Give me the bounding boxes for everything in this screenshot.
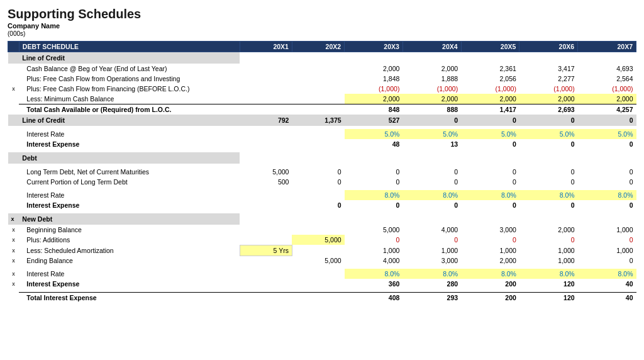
- row-label: Interest Rate: [19, 269, 240, 279]
- total-label: Total Cash Available or (Required) from …: [19, 104, 240, 115]
- table-row: xInterest Expense36028020012040: [8, 279, 636, 289]
- row-val: 8.0%: [519, 269, 578, 279]
- table-row: xEnding Balance5,0004,0003,0002,0001,000…: [8, 256, 636, 266]
- header-col5: 20X5: [461, 42, 519, 52]
- table-row: xNew Debt: [8, 213, 636, 225]
- row-val: 5.0%: [519, 129, 578, 139]
- table-row: xInterest Rate8.0%8.0%8.0%8.0%8.0%: [8, 269, 636, 279]
- row-val: 2,056: [461, 74, 519, 84]
- row-val: 0: [345, 200, 403, 210]
- section-label: Line of Credit: [19, 52, 240, 64]
- row-val: 0: [578, 139, 636, 149]
- header-x: [8, 42, 19, 52]
- row-val: 2,000: [402, 94, 461, 104]
- total-val: 408: [345, 292, 403, 303]
- row-label: Interest Expense: [19, 200, 240, 210]
- row-val: 48: [345, 139, 403, 149]
- row-val: (1,000): [578, 84, 636, 94]
- row-val: 40: [578, 279, 636, 289]
- row-val: 0: [578, 177, 636, 187]
- table-row: xBeginning Balance5,0004,0003,0002,0001,…: [8, 225, 636, 235]
- row-val: [240, 235, 292, 245]
- row-val: 2,000: [461, 256, 519, 266]
- row-val: 8.0%: [578, 269, 636, 279]
- total-val: 120: [519, 292, 578, 303]
- row-val: [240, 94, 292, 104]
- row-val: 0: [461, 167, 519, 177]
- table-row: Long Term Debt, Net of Current Maturitie…: [8, 167, 636, 177]
- company-name: Company Name: [8, 22, 636, 30]
- row-val: 0: [402, 235, 461, 245]
- table-row: Cash Balance @ Beg of Year (End of Last …: [8, 64, 636, 74]
- row-x: x: [8, 84, 19, 94]
- row-val: 200: [461, 279, 519, 289]
- row-val: [240, 84, 292, 94]
- row-label: Interest Rate: [19, 129, 240, 139]
- total-label: Total Interest Expense: [19, 292, 240, 303]
- row-val: [240, 269, 292, 279]
- row-label: Long Term Debt, Net of Current Maturitie…: [19, 167, 240, 177]
- total-val: [240, 292, 292, 303]
- row-val: 1,848: [345, 74, 403, 84]
- row-val: [240, 279, 292, 289]
- total-val: 293: [402, 292, 461, 303]
- row-x: x: [8, 279, 19, 289]
- row-val: 0: [578, 256, 636, 266]
- table-row: Interest Expense000000: [8, 200, 636, 210]
- section-val: 0: [461, 115, 519, 126]
- row-val: 2,000: [345, 94, 403, 104]
- section-x: [8, 115, 19, 126]
- row-val: [292, 84, 344, 94]
- row-val: [292, 245, 344, 256]
- header-col1: 20X1: [240, 42, 292, 52]
- row-val: 0: [402, 200, 461, 210]
- row-val: 8.0%: [402, 269, 461, 279]
- row-val: 360: [345, 279, 403, 289]
- section-x-marker: x: [8, 213, 19, 225]
- row-x: [8, 139, 19, 149]
- table-header: DEBT SCHEDULE 20X1 20X2 20X3 20X4 20X5 2…: [8, 42, 636, 52]
- row-val: (1,000): [402, 84, 461, 94]
- row-val: (1,000): [519, 84, 578, 94]
- table-row: Interest Rate5.0%5.0%5.0%5.0%5.0%: [8, 129, 636, 139]
- row-val: 0: [578, 167, 636, 177]
- row-x: x: [8, 256, 19, 266]
- row-val: 1,888: [402, 74, 461, 84]
- row-label: Less: Scheduled Amortization: [19, 245, 240, 256]
- table-row: Line of Credit7921,3755270000: [8, 115, 636, 126]
- page-container: Supporting Schedules Company Name (000s)…: [0, 0, 644, 309]
- row-val: 8.0%: [345, 190, 403, 200]
- row-val: [240, 139, 292, 149]
- header-col3: 20X3: [345, 42, 403, 52]
- total-val: 200: [461, 292, 519, 303]
- table-row: xLess: Scheduled Amortization5 Yrs1,0001…: [8, 245, 636, 256]
- row-val: 5.0%: [402, 129, 461, 139]
- row-val: 0: [578, 200, 636, 210]
- row-val: 2,000: [461, 94, 519, 104]
- row-x: [8, 64, 19, 74]
- total-val: 848: [345, 104, 403, 115]
- total-x: [8, 292, 19, 303]
- table-row: Total Interest Expense40829320012040: [8, 292, 636, 303]
- section-val: 0: [519, 115, 578, 126]
- row-val: [292, 190, 344, 200]
- row-val: 0: [519, 200, 578, 210]
- header-col2: 20X2: [292, 42, 344, 52]
- row-val: 120: [519, 279, 578, 289]
- row-x: x: [8, 245, 19, 256]
- table-row: Current Portion of Long Term Debt5000000…: [8, 177, 636, 187]
- row-val: [240, 256, 292, 266]
- total-val: [292, 104, 344, 115]
- section-x: [8, 152, 19, 164]
- row-val: 4,000: [345, 256, 403, 266]
- row-val: 5,000: [345, 225, 403, 235]
- row-val: 2,277: [519, 74, 578, 84]
- row-val: 1,000: [402, 245, 461, 256]
- row-val: 0: [292, 167, 344, 177]
- section-label: Debt: [19, 152, 240, 164]
- row-label: Interest Rate: [19, 190, 240, 200]
- row-label: Interest Expense: [19, 279, 240, 289]
- table-row: Less: Minimum Cash Balance2,0002,0002,00…: [8, 94, 636, 104]
- row-label: Plus: Free Cash Flow from Operations and…: [19, 74, 240, 84]
- row-val: [240, 129, 292, 139]
